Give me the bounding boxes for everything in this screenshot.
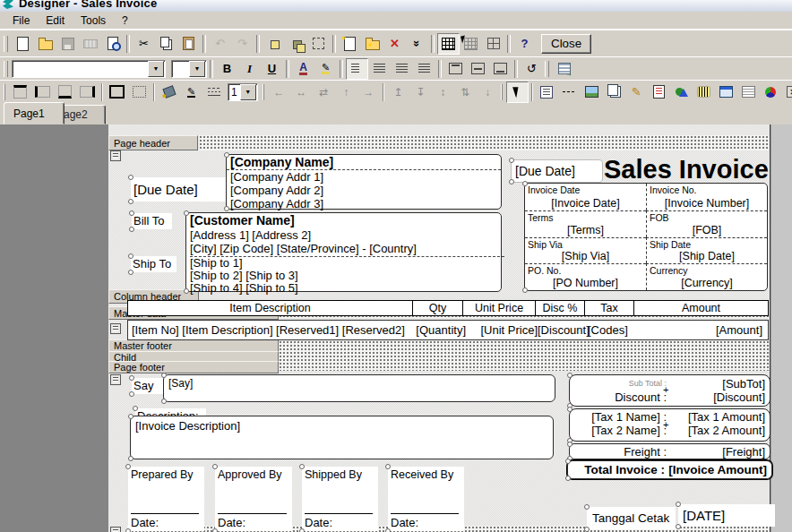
band-collapse-icon[interactable] xyxy=(110,323,121,334)
field-customer-address[interactable]: [Address 1] [Address 2] xyxy=(190,228,501,242)
context-help-button[interactable]: ? xyxy=(513,33,536,55)
picture-object-button[interactable] xyxy=(581,82,603,103)
valign-middle-button[interactable] xyxy=(467,58,489,80)
same-height-button[interactable]: ↧ xyxy=(409,82,432,103)
tax-box[interactable]: + [Tax 1 Name] :[Tax 1 Amount] [Tax 2 Na… xyxy=(569,408,770,442)
design-canvas[interactable]: Page header Column header Master data Ma… xyxy=(0,124,792,532)
col-qty[interactable]: Qty xyxy=(413,301,463,315)
select-all-button[interactable] xyxy=(307,33,330,55)
description-box[interactable]: [Invoice Description] xyxy=(130,416,554,459)
font-size-select[interactable]: ▼ xyxy=(171,60,207,78)
line-width-select[interactable]: 1 ▼ xyxy=(228,83,258,101)
field-say[interactable]: [Say] xyxy=(164,375,555,390)
chevron-down-icon[interactable]: ▼ xyxy=(240,84,256,100)
field-discount[interactable]: [Discount] xyxy=(538,323,588,337)
align-center-button[interactable] xyxy=(368,58,391,80)
field-due-date-left[interactable]: [Due Date] xyxy=(131,177,227,202)
center-horz-band-button[interactable]: ⇅ xyxy=(454,82,477,103)
frame-none-button[interactable] xyxy=(128,82,151,103)
band-collapse-icon[interactable] xyxy=(110,150,121,161)
toolbar-grip[interactable] xyxy=(263,84,264,100)
cell-ship-date[interactable]: Ship Date[Ship Date] xyxy=(646,237,767,264)
report-title[interactable]: Sales Invoice xyxy=(604,152,769,186)
ole-object-button[interactable]: ✕ xyxy=(782,82,792,103)
redo-button[interactable]: ↷ xyxy=(231,33,254,55)
field-codes[interactable]: [Codes] xyxy=(588,323,637,337)
align-justify-button[interactable] xyxy=(413,58,435,80)
close-button[interactable]: Close xyxy=(541,34,591,54)
same-size-button[interactable]: ↕ xyxy=(432,82,454,103)
italic-button[interactable]: I xyxy=(238,58,261,80)
field-company-addr3[interactable]: [Company Addr 3] xyxy=(227,197,501,210)
col-item-description[interactable]: Item Description xyxy=(128,301,413,315)
menu-edit[interactable]: Edit xyxy=(38,13,73,29)
menu-tools[interactable]: Tools xyxy=(73,13,114,29)
barcode-object-button[interactable] xyxy=(693,82,715,103)
richtext-object-button[interactable] xyxy=(648,82,670,103)
line-object-button[interactable] xyxy=(558,82,581,103)
field-subtotal[interactable]: [SubTot] xyxy=(667,377,770,390)
col-tax[interactable]: Tax xyxy=(585,301,634,315)
toolbar-grip[interactable] xyxy=(4,61,8,77)
subreport-object-button[interactable] xyxy=(603,82,625,103)
rotate-text-button[interactable]: ↺ xyxy=(521,58,543,80)
field-unit-price[interactable]: [Unit Price] xyxy=(466,323,538,337)
table-header-row[interactable]: Item Description Qty Unit Price Disc % T… xyxy=(127,300,769,316)
toolbar-grip[interactable] xyxy=(4,36,8,52)
cell-invoice-no[interactable]: Invoice No.[Invoice Number] xyxy=(646,184,767,210)
align-top-edges-button[interactable]: ↑ xyxy=(335,82,357,103)
say-box[interactable]: [Say] xyxy=(163,374,555,402)
center-vert-band-button[interactable]: ↓ xyxy=(477,82,499,103)
line-color-button[interactable]: ✎ xyxy=(180,82,202,103)
send-to-back-button[interactable] xyxy=(285,33,307,55)
data-row[interactable]: [Item No] [Item Description] [Reserved1]… xyxy=(127,320,769,340)
menu-help[interactable]: ? xyxy=(114,13,136,29)
field-freight[interactable]: [Freight] xyxy=(667,445,770,459)
chevron-down-icon[interactable]: ▼ xyxy=(189,61,205,77)
band-collapse-icon[interactable] xyxy=(110,374,121,385)
field-due-date-right[interactable]: [Due Date] xyxy=(511,159,603,183)
snap-to-grid-button[interactable] xyxy=(460,33,482,55)
fill-color-button[interactable] xyxy=(158,82,180,103)
field-customer-name[interactable]: [Customer Name] xyxy=(190,213,501,228)
open-report-button[interactable] xyxy=(34,33,56,55)
field-discount-total[interactable]: [Discount] xyxy=(667,390,770,404)
same-width-button[interactable]: ↥ xyxy=(387,82,409,103)
field-quantity[interactable]: [Quantity] xyxy=(415,323,466,337)
cut-button[interactable]: ✂ xyxy=(133,33,155,55)
shape-object-button[interactable] xyxy=(670,82,693,103)
cell-fob[interactable]: FOB[FOB] xyxy=(646,210,767,237)
insert-dialog-button[interactable] xyxy=(361,33,383,55)
insert-band-button[interactable] xyxy=(339,33,361,55)
field-company-name[interactable]: [Company Name] xyxy=(227,155,501,170)
align-right-edges-button[interactable]: → xyxy=(357,82,380,103)
field-ship-to-3[interactable]: [Ship to 4] [Ship to 5] xyxy=(190,282,501,295)
font-name-select[interactable]: ▼ xyxy=(12,60,166,78)
form-object-button[interactable] xyxy=(715,82,737,103)
field-invoice-amount[interactable]: [Invoice Amount] xyxy=(665,463,771,476)
bold-button[interactable]: B xyxy=(216,58,238,80)
label-ship-to[interactable]: Ship To xyxy=(131,256,176,272)
toolbar-grip[interactable] xyxy=(501,84,503,100)
underline-button[interactable]: U xyxy=(261,58,283,80)
signature-box-shipped[interactable]: Shipped By Date: xyxy=(302,467,378,531)
total-invoice-box[interactable]: Total Invoice :[Invoice Amount] xyxy=(567,460,772,479)
frame-left-button[interactable] xyxy=(31,82,54,103)
font-color-button[interactable]: A xyxy=(292,58,314,80)
customer-block[interactable]: [Customer Name] [Address 1] [Address 2] … xyxy=(185,212,502,292)
save-report-button[interactable] xyxy=(56,33,79,55)
frame-bottom-button[interactable] xyxy=(54,82,76,103)
cell-invoice-date[interactable]: Invoice Date[Invoice Date] xyxy=(525,184,646,210)
insert-db-field-button[interactable] xyxy=(553,58,575,80)
draw-object-button[interactable]: ✎ xyxy=(625,82,648,103)
text-object-button[interactable] xyxy=(536,82,558,103)
field-invoice-description[interactable]: [Invoice Description] xyxy=(131,416,553,433)
cell-currency[interactable]: Currency[Currency] xyxy=(646,263,767,290)
copy-button[interactable] xyxy=(155,33,177,55)
band-tab-master-footer[interactable]: Master footer xyxy=(108,339,279,352)
toolbar-grip[interactable] xyxy=(545,61,549,77)
chart-object-button[interactable] xyxy=(760,82,782,103)
show-grid-button[interactable] xyxy=(437,33,460,55)
menu-file[interactable]: File xyxy=(4,13,38,29)
cell-po-no[interactable]: PO. No.[PO Number] xyxy=(525,263,646,290)
